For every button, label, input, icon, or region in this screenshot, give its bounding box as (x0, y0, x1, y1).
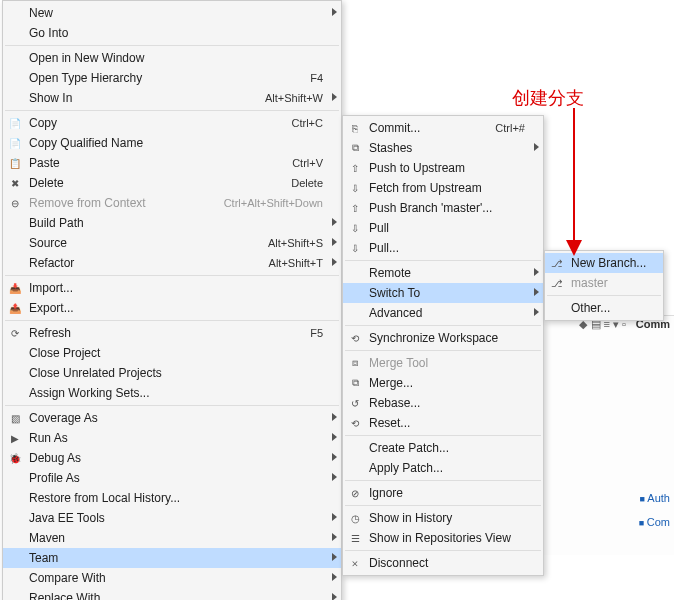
menu-item-open-in-new-window[interactable]: Open in New Window (3, 48, 341, 68)
menu-item-new-branch[interactable]: ⎇New Branch... (545, 253, 663, 273)
coverage-as-icon: ▧ (7, 410, 23, 426)
menu-item-create-patch[interactable]: Create Patch... (343, 438, 543, 458)
blank-icon (7, 590, 23, 600)
menu-item-rebase[interactable]: ↺Rebase... (343, 393, 543, 413)
menu-item-open-type-hierarchy[interactable]: Open Type HierarchyF4 (3, 68, 341, 88)
menu-item-switch-to[interactable]: Switch To (343, 283, 543, 303)
menu-item-build-path[interactable]: Build Path (3, 213, 341, 233)
menu-item-label: Push to Upstream (369, 161, 539, 175)
submenu-arrow-icon (332, 218, 337, 226)
menu-item-compare-with[interactable]: Compare With (3, 568, 341, 588)
menu-item-replace-with[interactable]: Replace With (3, 588, 341, 600)
blank-icon (347, 460, 363, 476)
menu-separator (5, 275, 339, 276)
submenu-arrow-icon (332, 593, 337, 600)
menu-item-restore-from-local-history[interactable]: Restore from Local History... (3, 488, 341, 508)
committer-link[interactable]: Com (639, 516, 670, 528)
disconnect-icon: ⨉ (347, 555, 363, 571)
blank-icon (7, 235, 23, 251)
menu-item-pull[interactable]: ⇩Pull... (343, 238, 543, 258)
menu-item-ignore[interactable]: ⊘Ignore (343, 483, 543, 503)
debug-as-icon: 🐞 (7, 450, 23, 466)
blank-icon (7, 385, 23, 401)
menu-item-close-unrelated-projects[interactable]: Close Unrelated Projects (3, 363, 341, 383)
run-as-icon: ▶ (7, 430, 23, 446)
menu-item-export[interactable]: 📤Export... (3, 298, 341, 318)
menu-item-close-project[interactable]: Close Project (3, 343, 341, 363)
menu-item-reset[interactable]: ⟲Reset... (343, 413, 543, 433)
menu-item-stashes[interactable]: ⧉Stashes (343, 138, 543, 158)
menu-item-label: Pull (369, 221, 539, 235)
blank-icon (347, 265, 363, 281)
menu-item-label: Pull... (369, 241, 539, 255)
menu-item-label: Copy Qualified Name (29, 136, 337, 150)
menu-item-advanced[interactable]: Advanced (343, 303, 543, 323)
menu-separator (5, 45, 339, 46)
author-link[interactable]: Auth (639, 492, 670, 504)
menu-item-label: Delete (29, 176, 291, 190)
submenu-arrow-icon (534, 308, 539, 316)
menu-item-label: Merge... (369, 376, 539, 390)
menu-item-label: Replace With (29, 591, 337, 600)
menu-item-synchronize-workspace[interactable]: ⟲Synchronize Workspace (343, 328, 543, 348)
menu-item-other[interactable]: Other... (545, 298, 663, 318)
menu-item-label: Close Unrelated Projects (29, 366, 337, 380)
menu-item-paste[interactable]: 📋PasteCtrl+V (3, 153, 341, 173)
menu-item-team[interactable]: Team (3, 548, 341, 568)
submenu-arrow-icon (332, 433, 337, 441)
menu-item-label: Show In (29, 91, 265, 105)
menu-item-new[interactable]: New (3, 3, 341, 23)
ignore-icon: ⊘ (347, 485, 363, 501)
new-branch-icon: ⎇ (549, 255, 565, 271)
menu-item-label: Synchronize Workspace (369, 331, 539, 345)
blank-icon (7, 570, 23, 586)
blank-icon (7, 50, 23, 66)
menu-item-maven[interactable]: Maven (3, 528, 341, 548)
menu-item-label: Copy (29, 116, 292, 130)
menu-item-assign-working-sets[interactable]: Assign Working Sets... (3, 383, 341, 403)
menu-item-profile-as[interactable]: Profile As (3, 468, 341, 488)
menu-item-merge[interactable]: ⧉Merge... (343, 373, 543, 393)
menu-item-import[interactable]: 📥Import... (3, 278, 341, 298)
menu-item-source[interactable]: SourceAlt+Shift+S (3, 233, 341, 253)
annotation-arrow (560, 108, 590, 268)
menu-item-disconnect[interactable]: ⨉Disconnect (343, 553, 543, 573)
menu-item-run-as[interactable]: ▶Run As (3, 428, 341, 448)
menu-item-shortcut: F5 (310, 327, 337, 339)
menu-item-delete[interactable]: ✖DeleteDelete (3, 173, 341, 193)
menu-item-label: Refactor (29, 256, 269, 270)
menu-item-debug-as[interactable]: 🐞Debug As (3, 448, 341, 468)
menu-item-shortcut: Alt+Shift+T (269, 257, 337, 269)
import-icon: 📥 (7, 280, 23, 296)
menu-item-remote[interactable]: Remote (343, 263, 543, 283)
submenu-arrow-icon (332, 8, 337, 16)
menu-item-shortcut: Alt+Shift+W (265, 92, 337, 104)
menu-item-refactor[interactable]: RefactorAlt+Shift+T (3, 253, 341, 273)
menu-item-copy-qualified-name[interactable]: 📄Copy Qualified Name (3, 133, 341, 153)
reset-icon: ⟲ (347, 415, 363, 431)
blank-icon (549, 300, 565, 316)
menu-item-go-into[interactable]: Go Into (3, 23, 341, 43)
menu-item-label: Switch To (369, 286, 539, 300)
menu-item-show-in-history[interactable]: ◷Show in History (343, 508, 543, 528)
menu-item-push-branch-master[interactable]: ⇧Push Branch 'master'... (343, 198, 543, 218)
menu-item-label: Commit... (369, 121, 495, 135)
menu-item-remove-from-context: ⊖Remove from ContextCtrl+Alt+Shift+Down (3, 193, 341, 213)
menu-item-commit[interactable]: ⎘Commit...Ctrl+# (343, 118, 543, 138)
push-to-upstream-icon: ⇧ (347, 160, 363, 176)
menu-item-pull[interactable]: ⇩Pull (343, 218, 543, 238)
menu-item-copy[interactable]: 📄CopyCtrl+C (3, 113, 341, 133)
menu-item-show-in-repositories-view[interactable]: ☰Show in Repositories View (343, 528, 543, 548)
fetch-from-upstream-icon: ⇩ (347, 180, 363, 196)
menu-item-merge-tool: ⧈Merge Tool (343, 353, 543, 373)
show-in-repositories-view-icon: ☰ (347, 530, 363, 546)
menu-item-push-to-upstream[interactable]: ⇧Push to Upstream (343, 158, 543, 178)
menu-item-label: Open in New Window (29, 51, 337, 65)
menu-item-refresh[interactable]: ⟳RefreshF5 (3, 323, 341, 343)
menu-item-coverage-as[interactable]: ▧Coverage As (3, 408, 341, 428)
menu-item-show-in[interactable]: Show InAlt+Shift+W (3, 88, 341, 108)
menu-item-fetch-from-upstream[interactable]: ⇩Fetch from Upstream (343, 178, 543, 198)
menu-item-java-ee-tools[interactable]: Java EE Tools (3, 508, 341, 528)
menu-item-apply-patch[interactable]: Apply Patch... (343, 458, 543, 478)
submenu-arrow-icon (332, 553, 337, 561)
